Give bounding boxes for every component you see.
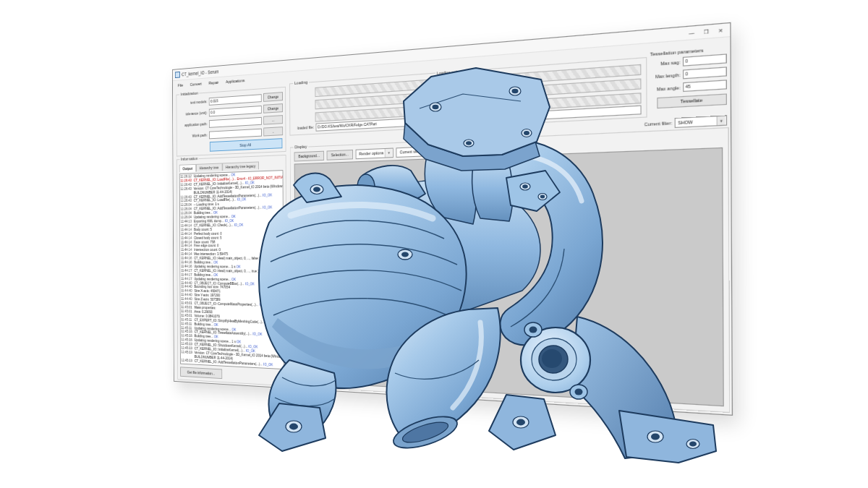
log-time: 11:45:19 — [182, 359, 194, 364]
tab-output[interactable]: Output — [179, 164, 196, 172]
model-bolt-boss — [647, 431, 663, 442]
init-row-button[interactable]: Change — [263, 92, 283, 102]
log-status: IO_OK — [234, 223, 244, 227]
model-right-foot — [619, 411, 716, 463]
tessellation-row-input[interactable]: 0 — [683, 53, 727, 66]
model-bolt-hole — [516, 419, 525, 426]
tessellation-row-label: Max angle: — [650, 85, 683, 92]
tessellation-row-label: Max sag: — [650, 59, 683, 67]
model-bolt-boss — [513, 416, 529, 428]
menu-item-convert[interactable]: Convert — [187, 80, 205, 87]
output-log[interactable]: 11:26:12 Updating rendering scene... OK1… — [179, 170, 284, 369]
selection-button[interactable]: Selection... — [327, 150, 354, 160]
log-status: IO_OK — [263, 205, 272, 210]
initialization-label: Initialization — [179, 91, 199, 97]
log-status: IO_OK — [259, 302, 268, 307]
minimize-button[interactable]: — — [689, 28, 694, 37]
display-label: Display — [294, 144, 308, 149]
init-row-label: application path: — [176, 121, 208, 127]
model-snout-rib — [275, 398, 334, 406]
background-button[interactable]: Background... — [294, 151, 325, 162]
close-button[interactable]: ✕ — [718, 26, 723, 35]
model-pipe-end-rim — [390, 411, 461, 455]
application-window: CT_kernel_IO - Serum — ❐ ✕ FileConvertRe… — [172, 22, 733, 416]
render-options-select[interactable]: Render options ▾ — [356, 147, 394, 159]
current-filter-select[interactable]: SHOW ▾ — [675, 115, 727, 128]
tab-hierarchy-tree[interactable]: Hierarchy tree — [196, 163, 222, 171]
log-status: IO_OK — [265, 320, 275, 324]
tessellation-row-label: Max length: — [650, 72, 683, 79]
model-pipe-end-bore — [401, 418, 451, 446]
current-filter-label: Current filter: — [636, 120, 675, 127]
tab-hierarchy-tree-legacy[interactable]: Hierarchy tree legacy — [222, 161, 259, 171]
init-row-input[interactable] — [209, 128, 262, 139]
chevron-down-icon: ▾ — [717, 116, 726, 126]
chevron-down-icon: ▾ — [385, 149, 392, 158]
get-file-information-button[interactable]: Get file information... — [180, 367, 222, 379]
tessellate-button[interactable]: Tessellate — [657, 93, 727, 108]
information-label: Information — [180, 156, 199, 161]
tessellation-row-input[interactable]: 0 — [683, 67, 727, 79]
tessellation-row-input[interactable]: 45 — [683, 80, 727, 92]
model-bolt-hole — [689, 441, 697, 446]
tessellation-rows: Max sag:0Max length:0Max angle:45 — [650, 53, 727, 95]
menu-item-repair[interactable]: Repair — [205, 79, 221, 85]
display-group: Display Background...Selection... Render… — [290, 127, 731, 413]
window-title: CT_kernel_IO - Serum — [182, 69, 218, 77]
model-bolt-boss — [686, 440, 699, 449]
menu-item-applications[interactable]: Applications — [223, 77, 247, 84]
init-row-button[interactable]: .. — [263, 127, 283, 136]
loaded-file-label: loaded file: — [290, 125, 315, 131]
model-left-foot — [259, 403, 326, 451]
model-bolt-boss — [286, 421, 302, 432]
model-bolt-hole — [289, 424, 298, 430]
log-status: IO_OK — [263, 192, 272, 197]
init-row-input[interactable] — [209, 116, 262, 127]
log-status: IO_OK — [263, 269, 272, 273]
model-bolt-hole — [651, 434, 660, 440]
current-view-select[interactable]: Current view — [396, 146, 431, 158]
init-row-label: tolerance (unit): — [176, 111, 208, 117]
loading-label: Loading — [293, 80, 309, 85]
menu-item-file[interactable]: File — [175, 82, 186, 88]
init-row-input[interactable]: 0.015 — [209, 94, 262, 106]
tessellation-panel: Tessellation parameters Max sag:0Max len… — [650, 46, 727, 116]
current-view-value: Current view — [400, 149, 421, 155]
log-status: IO_OK — [263, 256, 273, 260]
app-icon — [175, 72, 180, 78]
log-status: IO_OK — [237, 197, 247, 202]
log-status: IO_OK — [263, 361, 273, 367]
render-options-value: Render options — [359, 150, 383, 156]
init-row-button[interactable]: ... — [263, 115, 283, 125]
information-group: Information OutputHierarchy treeHierarch… — [176, 155, 287, 386]
initialization-group: Initialization test models:0.015Changeto… — [176, 87, 286, 157]
init-row-button[interactable]: Change — [263, 103, 283, 114]
init-row-label: test models: — [176, 99, 208, 106]
init-row-label: Work path: — [177, 133, 209, 139]
window-controls: — ❐ ✕ — [689, 25, 726, 37]
3d-viewport[interactable] — [294, 147, 724, 406]
maximize-button[interactable]: ❐ — [704, 27, 709, 36]
log-status: IO_OK — [245, 281, 255, 286]
stop-all-button[interactable]: Stop All — [210, 138, 283, 152]
current-filter-value: SHOW — [678, 119, 692, 125]
page: CT_kernel_IO - Serum — ❐ ✕ FileConvertRe… — [0, 0, 868, 488]
init-row-input[interactable]: 0.0 — [209, 106, 262, 116]
log-status: IO_OK — [252, 332, 262, 336]
